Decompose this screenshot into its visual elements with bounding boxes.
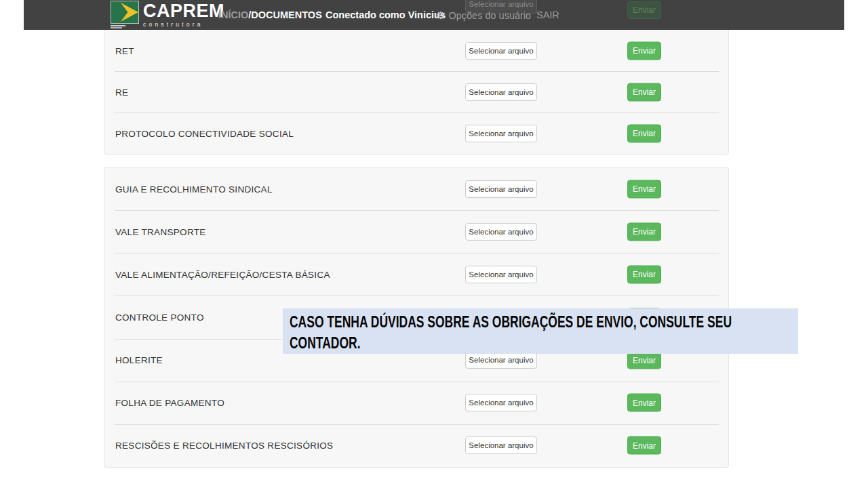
connected-user-label: Conectado como Vinicius	[326, 9, 446, 20]
logout-link[interactable]: SAIR	[536, 9, 559, 20]
submit-button[interactable]: Enviar	[627, 394, 661, 412]
document-row-folha-pagamento: FOLHA DE PAGAMENTO Selecionar arquivo En…	[104, 382, 728, 424]
document-row-guia-sindical: GUIA E RECOLHIMENTO SINDICAL Selecionar …	[104, 167, 728, 210]
upload-panel-top: RET Selecionar arquivo Enviar RE Selecio…	[104, 30, 729, 155]
document-row-re: RE Selecionar arquivo Enviar	[104, 71, 728, 113]
document-row-ret: RET Selecionar arquivo Enviar	[104, 30, 728, 71]
submit-button[interactable]: Enviar	[627, 83, 661, 101]
brand-name: CAPREM	[143, 3, 224, 20]
nav-inicio-label[interactable]: INÍCIO	[218, 9, 248, 20]
submit-button[interactable]: Enviar	[627, 180, 661, 198]
select-file-button[interactable]: Selecionar arquivo	[465, 125, 537, 142]
logo-arrow-shape	[121, 3, 138, 22]
document-label: PROTOCOLO CONECTIVIDADE SOCIAL	[115, 128, 294, 138]
document-row-vale-transporte: VALE TRANSPORTE Selecionar arquivo Envia…	[104, 210, 728, 253]
select-file-button[interactable]: Selecionar arquivo	[465, 351, 537, 369]
select-file-button[interactable]: Selecionar arquivo	[465, 266, 537, 283]
document-label: RET	[115, 45, 134, 56]
select-file-button[interactable]: Selecionar arquivo	[465, 394, 537, 411]
brand-subtitle: construtora	[143, 21, 224, 28]
document-row-protocolo: PROTOCOLO CONECTIVIDADE SOCIAL Seleciona…	[104, 113, 728, 154]
document-row-vale-alimentacao: VALE ALIMENTAÇÃO/REFEIÇÃO/CESTA BÁSICA S…	[104, 253, 728, 296]
logo-fine-print-bar	[111, 27, 122, 28]
submit-button[interactable]: Enviar	[627, 436, 661, 455]
submit-button[interactable]: Enviar	[627, 265, 661, 283]
document-label: RESCISÕES E RECOLHIMENTOS RESCISÓRIOS	[115, 441, 333, 451]
obscured-submit-button[interactable]: Enviar	[627, 1, 661, 19]
select-file-button[interactable]: Selecionar arquivo	[465, 180, 537, 198]
logo-fine-print-bar	[111, 25, 125, 26]
advisory-note-overlay: CASO TENHA DÚVIDAS SOBRE AS OBRIGAÇÕES D…	[283, 308, 798, 354]
advisory-note-line1: CASO TENHA DÚVIDAS SOBRE AS OBRIGAÇÕES D…	[290, 312, 671, 333]
document-label: GUIA E RECOLHIMENTO SINDICAL	[115, 184, 273, 194]
document-label: VALE TRANSPORTE	[115, 226, 206, 237]
document-label: HOLERITE	[115, 355, 163, 365]
document-label: VALE ALIMENTAÇÃO/REFEIÇÃO/CESTA BÁSICA	[115, 269, 330, 279]
caprem-logo-icon	[111, 1, 139, 24]
select-file-button[interactable]: Selecionar arquivo	[465, 223, 537, 241]
submit-button[interactable]: Enviar	[627, 41, 661, 60]
document-row-rescisoes: RESCISÕES E RECOLHIMENTOS RESCISÓRIOS Se…	[104, 424, 728, 467]
select-file-button[interactable]: Selecionar arquivo	[465, 436, 537, 454]
user-options-menu[interactable]: ⚙Opções do usuário	[436, 9, 531, 22]
document-label: FOLHA DE PAGAMENTO	[115, 398, 224, 408]
brand[interactable]: CAPREM construtora	[143, 3, 224, 28]
document-label: RE	[115, 87, 128, 97]
top-navbar: Selecionar arquivo Enviar CAPREM constru…	[24, 0, 844, 30]
document-label: CONTROLE PONTO	[115, 312, 204, 322]
select-file-button[interactable]: Selecionar arquivo	[465, 83, 537, 101]
nav-documentos-label[interactable]: /DOCUMENTOS	[248, 9, 322, 20]
gear-icon: ⚙	[436, 9, 445, 21]
advisory-note-line2: CONTADOR.	[290, 333, 671, 354]
submit-button[interactable]: Enviar	[627, 222, 661, 241]
select-file-button[interactable]: Selecionar arquivo	[465, 42, 537, 60]
nav-inicio-documentos[interactable]: INÍCIO/DOCUMENTOS	[218, 9, 322, 20]
submit-button[interactable]: Enviar	[627, 124, 661, 142]
user-options-label: Opções do usuário	[448, 10, 531, 21]
